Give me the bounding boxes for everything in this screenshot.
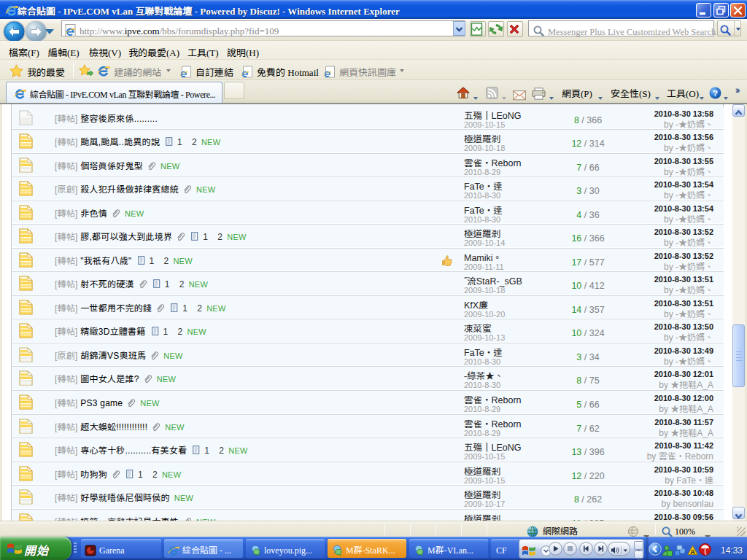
svg-text:?: ? bbox=[713, 89, 718, 98]
svg-text:A: A bbox=[690, 548, 695, 556]
